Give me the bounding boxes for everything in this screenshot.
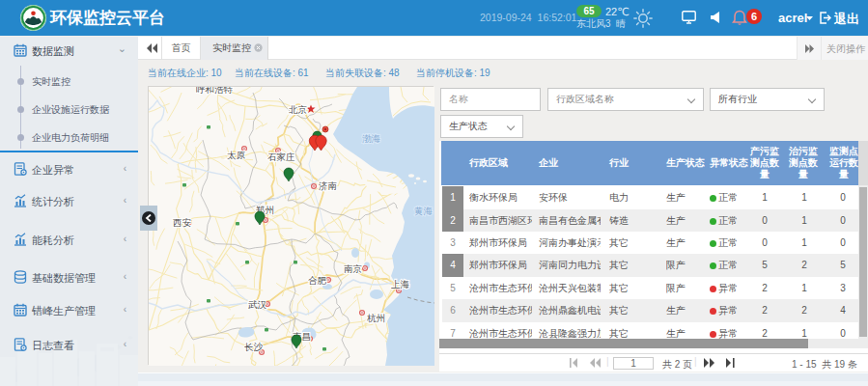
svg-text:济南: 济南	[319, 180, 337, 191]
svg-text:上海: 上海	[391, 279, 410, 290]
svg-text:北京: 北京	[289, 104, 308, 115]
svg-text:杭州: 杭州	[367, 313, 385, 323]
svg-text:武汉: 武汉	[248, 299, 267, 310]
svg-text:南京: 南京	[344, 263, 363, 274]
svg-text:石家庄: 石家庄	[267, 152, 295, 162]
svg-text:呼和浩特: 呼和浩特	[196, 87, 234, 95]
svg-text:长沙: 长沙	[244, 342, 264, 352]
svg-text:合肥: 合肥	[308, 275, 327, 286]
svg-text:渤海: 渤海	[362, 133, 381, 144]
svg-text:黄海: 黄海	[414, 206, 434, 216]
svg-text:西安: 西安	[173, 217, 192, 228]
svg-text:太原: 太原	[227, 150, 246, 160]
